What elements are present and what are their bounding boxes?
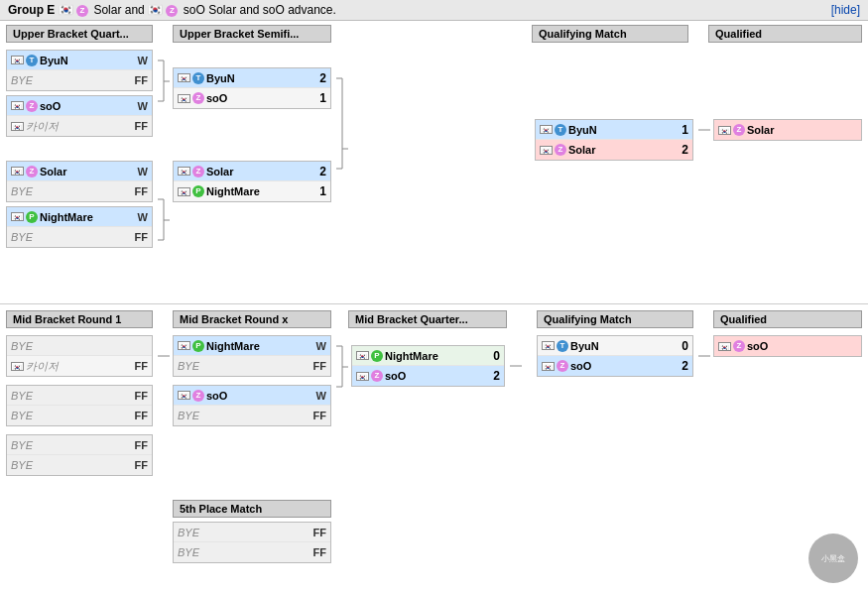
upper-q3-p2-row: BYE FF bbox=[7, 181, 152, 201]
upper-q4-p2-name: BYE bbox=[11, 231, 128, 243]
mid-rx-match1: 🇰🇷 P NightMare W BYE FF bbox=[173, 335, 331, 377]
fifth-p1-result: FF bbox=[309, 527, 326, 538]
upper-q1-p2-result: FF bbox=[130, 74, 148, 86]
upper-q3-p1-name: Solar bbox=[40, 166, 128, 178]
mid-rx-m2-p1: 🇰🇷 Z soO W bbox=[174, 386, 330, 406]
advance-suffix: Solar and soO advance. bbox=[208, 3, 336, 17]
mid-r1-m1-p2-result: FF bbox=[130, 360, 148, 372]
mid-qual-p2-score: 2 bbox=[675, 359, 688, 373]
upper-q3-p1-race: Z bbox=[26, 166, 38, 178]
upper-connector-svg-3 bbox=[336, 50, 348, 208]
mid-quarter-p1-name: NightMare bbox=[385, 350, 484, 362]
upper-q2-p2-name: 카이저 bbox=[26, 119, 128, 134]
mid-r1-match1: BYE 🇰🇷 카이저 FF bbox=[6, 335, 153, 377]
solar-name: Solar bbox=[93, 3, 124, 17]
upper-semi1-p1-flag: 🇰🇷 bbox=[178, 73, 190, 82]
upper-q1-p2-row: BYE FF bbox=[7, 70, 152, 90]
mid-quarter-p1-flag: 🇰🇷 bbox=[356, 351, 369, 360]
fifth-place-match: BYE FF BYE FF bbox=[173, 522, 331, 563]
mid-qual-col: 🇰🇷 T ByuN 0 🇰🇷 Z soO 2 bbox=[537, 335, 693, 381]
upper-q3-p1-row: 🇰🇷 Z Solar W bbox=[7, 162, 152, 181]
mid-quarter-col: 🇰🇷 P NightMare 0 🇰🇷 Z soO 2 bbox=[351, 335, 505, 391]
upper-qual-p2-race: Z bbox=[555, 144, 566, 156]
mid-rx-m1-p1-race: P bbox=[192, 340, 204, 352]
upper-q2-p1-flag: 🇰🇷 bbox=[11, 101, 24, 110]
mid-rx-m1-p1: 🇰🇷 P NightMare W bbox=[174, 336, 330, 356]
mid-qual-p1-name: ByuN bbox=[570, 340, 673, 352]
upper-q1-p1-result: W bbox=[130, 55, 148, 66]
col-title-upper-quarter: Upper Bracket Quart... bbox=[6, 25, 153, 43]
mid-connectors-1 bbox=[158, 335, 170, 494]
col-title-qualified1: Qualified bbox=[708, 25, 862, 43]
mid-r1-m3-p1-name: BYE bbox=[11, 439, 128, 451]
upper-semi2-match: 🇰🇷 Z Solar 2 🇰🇷 P NightMare 1 bbox=[173, 161, 331, 202]
mid-r1-m3-p1: BYE FF bbox=[7, 435, 152, 455]
upper-q2-match: 🇰🇷 Z soO W 🇰🇷 카이저 FF bbox=[6, 95, 153, 137]
upper-semi2-p2-flag: 🇰🇷 bbox=[178, 187, 190, 196]
mid-quarter-p2-score: 2 bbox=[486, 369, 500, 383]
upper-semi1-p2-name: soO bbox=[206, 92, 310, 104]
upper-q4-p1-row: 🇰🇷 P NightMare W bbox=[7, 207, 152, 227]
upper-connectors-2 bbox=[336, 50, 348, 208]
fifth-p1: BYE FF bbox=[174, 523, 330, 542]
upper-semi1-p2-flag: 🇰🇷 bbox=[178, 94, 190, 103]
upper-conn-svg-4 bbox=[698, 50, 710, 169]
mid-rx-m1-p1-name: NightMare bbox=[206, 340, 307, 352]
upper-semi1-p2-race: Z bbox=[192, 92, 204, 104]
upper-qual-p2-name: Solar bbox=[568, 144, 673, 156]
mid-r1-m3-p1-result: FF bbox=[130, 439, 148, 451]
upper-semi2-p2-name: NightMare bbox=[206, 185, 310, 197]
upper-semi2-p1-row: 🇰🇷 Z Solar 2 bbox=[174, 162, 330, 181]
mid-r1-match3: BYE FF BYE FF bbox=[6, 434, 153, 476]
fifth-p2-name: BYE bbox=[178, 546, 307, 558]
mid-r1-m1-p2-name: 카이저 bbox=[26, 359, 128, 374]
upper-q1-p1-row: 🇰🇷 T ByuN W bbox=[7, 51, 152, 70]
upper-qual-p2-score: 2 bbox=[675, 143, 688, 157]
upper-qualified-race: Z bbox=[733, 124, 745, 136]
upper-q3-match: 🇰🇷 Z Solar W BYE FF bbox=[6, 161, 153, 202]
mid-r1-m3-p2-name: BYE bbox=[11, 459, 128, 471]
upper-connector-svg-2 bbox=[158, 188, 170, 297]
upper-q4-p1-flag: 🇰🇷 bbox=[11, 212, 24, 221]
upper-semi2-p2-row: 🇰🇷 P NightMare 1 bbox=[174, 181, 330, 201]
mid-qual-p1-score: 0 bbox=[675, 339, 688, 353]
mid-conn-svg-2 bbox=[336, 335, 348, 434]
mid-qualified-race: Z bbox=[733, 340, 745, 352]
fifth-place-col: 5th Place Match BYE FF BYE FF bbox=[173, 500, 331, 567]
upper-qual-p1-race: T bbox=[555, 124, 566, 136]
mid-rx-m1-p2-name: BYE bbox=[178, 360, 307, 372]
mid-quarter-p2: 🇰🇷 Z soO 2 bbox=[352, 366, 504, 386]
mid-qualified-row: 🇰🇷 Z soO bbox=[714, 336, 861, 356]
mid-qual-match: 🇰🇷 T ByuN 0 🇰🇷 Z soO 2 bbox=[537, 335, 693, 377]
upper-q3-p2-result: FF bbox=[130, 185, 148, 197]
upper-semi-col: 🇰🇷 T ByuN 2 🇰🇷 Z soO 1 bbox=[173, 50, 331, 206]
mid-quarter-p2-name: soO bbox=[385, 370, 484, 382]
mid-connectors-2 bbox=[336, 335, 348, 434]
mid-qual-p2-name: soO bbox=[570, 360, 673, 372]
upper-connectors-1 bbox=[158, 50, 170, 297]
upper-q3-p2-name: BYE bbox=[11, 185, 128, 197]
upper-q1-p1-flag: 🇰🇷 bbox=[11, 56, 24, 64]
mid-round1-col: BYE 🇰🇷 카이저 FF BYE FF bbox=[6, 335, 153, 480]
upper-semi1-p1-race: T bbox=[192, 72, 204, 84]
upper-qualified-flag: 🇰🇷 bbox=[718, 126, 731, 135]
mid-rx-m1-p1-flag: 🇰🇷 bbox=[178, 341, 190, 350]
upper-q2-p2-row: 🇰🇷 카이저 FF bbox=[7, 116, 152, 136]
mid-r1-m3-p2: BYE FF bbox=[7, 455, 152, 475]
upper-q2-p1-name: soO bbox=[40, 100, 128, 112]
mid-r1-match2: BYE FF BYE FF bbox=[6, 385, 153, 426]
upper-semi2-p1-name: Solar bbox=[206, 166, 310, 178]
upper-q1-p2-name: BYE bbox=[11, 74, 128, 86]
col-title-upper-semi: Upper Bracket Semifi... bbox=[173, 25, 331, 43]
hide-link[interactable]: [hide] bbox=[831, 3, 860, 17]
mid-r1-m1-p1-name: BYE bbox=[11, 340, 128, 352]
upper-semi1-p1-score: 2 bbox=[312, 71, 326, 85]
mid-conn-svg-3 bbox=[510, 335, 522, 434]
mid-qualified-name: soO bbox=[747, 340, 857, 352]
upper-qual-col: 🇰🇷 T ByuN 1 🇰🇷 Z Solar 2 bbox=[535, 50, 693, 165]
mid-quarter-p2-race: Z bbox=[371, 370, 383, 382]
upper-qualified-name: Solar bbox=[747, 124, 857, 136]
fifth-p2: BYE FF bbox=[174, 542, 330, 562]
mid-qualified-col: 🇰🇷 Z soO bbox=[713, 335, 862, 361]
upper-q4-p1-name: NightMare bbox=[40, 211, 128, 223]
